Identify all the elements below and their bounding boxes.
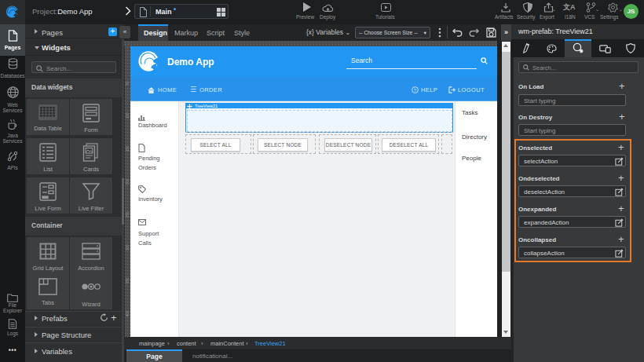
svg-text:?: ?	[414, 88, 417, 93]
